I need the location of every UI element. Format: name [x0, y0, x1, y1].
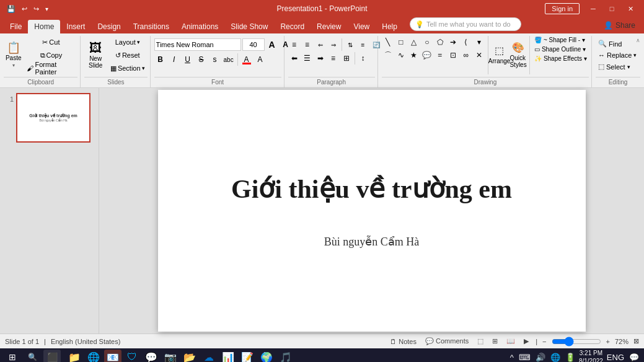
replace-button[interactable]: ↔ Replace ▾ — [596, 50, 639, 60]
shape-curve[interactable]: ⌒ — [382, 49, 394, 61]
taskbar-word[interactable]: 📝 — [239, 350, 256, 362]
taskbar-folder2[interactable]: 📂 — [181, 350, 198, 362]
section-button[interactable]: ▦ Section ▾ — [108, 62, 148, 74]
redo-icon[interactable]: ↪ — [32, 4, 41, 14]
save-icon[interactable]: 💾 — [5, 4, 17, 14]
shape-x[interactable]: ✕ — [473, 49, 485, 61]
new-slide-button[interactable]: 🖼 New Slide — [84, 37, 107, 74]
shape-callout[interactable]: 💬 — [421, 49, 433, 61]
indent-more-button[interactable]: ⇒ — [327, 38, 340, 51]
shape-line[interactable]: ╲ — [382, 36, 394, 48]
tab-home[interactable]: Home — [28, 20, 60, 33]
italic-button[interactable]: I — [168, 53, 180, 66]
char-spacing-button[interactable]: abc — [223, 53, 235, 66]
copy-button[interactable]: ⧉ Copy — [24, 49, 77, 61]
tell-me-bar[interactable]: 💡 Tell me what you want to do — [410, 17, 521, 31]
line-spacing-button[interactable]: ↕ — [357, 52, 369, 64]
tab-animations[interactable]: Animations — [175, 20, 224, 33]
zoom-slider[interactable] — [552, 337, 601, 346]
justify-button[interactable]: ≡ — [327, 52, 340, 64]
shape-outline-button[interactable]: ▭ Shape Outline ▾ — [532, 45, 589, 53]
shape-pent[interactable]: ⬠ — [434, 36, 446, 48]
tab-transitions[interactable]: Transitions — [127, 20, 175, 33]
arrange-button[interactable]: ⬚ Arrange — [490, 36, 508, 73]
lang-icon[interactable]: ENG — [606, 353, 625, 362]
shape-fill-button[interactable]: 🪣 ~ Shape Fill - ▾ — [532, 36, 589, 44]
zoom-in-button[interactable]: + — [606, 338, 610, 345]
sign-in-button[interactable]: Sign in — [545, 3, 580, 14]
slide-subtitle[interactable]: Bùi nguyễn Cẩm Hà — [324, 235, 420, 249]
shape-wave[interactable]: ∿ — [395, 49, 407, 61]
align-center-button[interactable]: ☰ — [301, 52, 314, 64]
slide-sorter-button[interactable]: ⊞ — [490, 337, 500, 345]
taskbar-teams[interactable]: 💬 — [143, 350, 160, 362]
bullets-button[interactable]: ≡ — [288, 38, 301, 51]
reading-view-button[interactable]: 📖 — [505, 337, 517, 345]
shape-star[interactable]: ★ — [408, 49, 420, 61]
close-button[interactable]: ✕ — [622, 2, 639, 15]
select-button[interactable]: ⬚ Select ▾ — [596, 61, 639, 72]
tab-view[interactable]: View — [347, 20, 376, 33]
maximize-button[interactable]: □ — [603, 2, 620, 15]
tab-insert[interactable]: Insert — [60, 20, 91, 33]
taskbar-mail[interactable]: 📧 — [104, 350, 121, 362]
customize-icon[interactable]: ▾ — [43, 4, 50, 14]
zoom-out-button[interactable]: − — [542, 338, 546, 345]
indent-less-button[interactable]: ⇐ — [314, 38, 327, 51]
text-direction-button[interactable]: ⇅ — [344, 38, 356, 51]
tab-record[interactable]: Record — [274, 20, 311, 33]
tab-review[interactable]: Review — [311, 20, 347, 33]
taskbar-cortana[interactable]: ⬛ — [43, 350, 61, 362]
shape-rect[interactable]: □ — [395, 36, 407, 48]
tab-file[interactable]: File — [4, 20, 28, 33]
shape-tri[interactable]: △ — [408, 36, 420, 48]
shape-more[interactable]: ▾ — [473, 36, 485, 48]
comments-button[interactable]: 💬 Comments — [423, 337, 470, 345]
taskbar-browser[interactable]: 🌐 — [85, 350, 102, 362]
slide-canvas[interactable]: Giới thiệu về trường em Bùi nguyễn Cẩm H… — [158, 90, 586, 332]
font-size-input[interactable] — [242, 38, 265, 51]
taskbar-onedrive[interactable]: ☁ — [200, 350, 218, 362]
font-color-button[interactable]: A — [240, 53, 253, 66]
reset-button[interactable]: ↺ Reset — [108, 49, 148, 61]
notification-icon[interactable]: 💬 — [628, 353, 640, 362]
taskbar-edge[interactable]: 🌍 — [258, 350, 275, 362]
volume-icon[interactable]: 🔊 — [534, 353, 547, 362]
numbering-button[interactable]: ≡ — [301, 38, 314, 51]
fit-button[interactable]: ⊠ — [633, 337, 639, 345]
undo-icon[interactable]: ↩ — [20, 4, 29, 14]
taskbar-search-button[interactable]: 🔍 — [24, 350, 41, 362]
cut-button[interactable]: ✂ Cut — [24, 36, 77, 48]
share-button[interactable]: 👤 Share — [600, 20, 639, 31]
shadow-button[interactable]: s — [209, 53, 221, 66]
find-button[interactable]: 🔍 Find — [596, 38, 639, 49]
taskbar-camera[interactable]: 📷 — [162, 350, 179, 362]
underline-button[interactable]: U — [182, 53, 194, 66]
layout-button[interactable]: Layout ▾ — [108, 36, 148, 48]
shape-eq[interactable]: = — [434, 49, 446, 61]
taskbar-file-explorer[interactable]: 📁 — [66, 350, 83, 362]
col-button[interactable]: ⊞ — [340, 52, 353, 64]
slide-thumbnail[interactable]: Giới thiệu về trường em Bùi nguyễn Cẩm H… — [16, 93, 90, 143]
caret-icon[interactable]: ^ — [509, 353, 515, 362]
tab-slide-show[interactable]: Slide Show — [224, 20, 274, 33]
taskbar-music[interactable]: 🎵 — [277, 350, 294, 362]
start-button[interactable]: ⊞ — [4, 350, 21, 362]
taskbar-powerpoint[interactable]: 📊 — [219, 350, 237, 362]
notes-button[interactable]: 🗒 Notes — [388, 338, 418, 345]
quick-styles-button[interactable]: 🎨 Quick Styles — [509, 36, 527, 73]
ribbon-collapse-button[interactable]: ∧ — [635, 37, 642, 43]
align-right-button[interactable]: ➡ — [314, 52, 327, 64]
network-icon[interactable]: 🌐 — [549, 353, 562, 362]
keyboard-icon[interactable]: ⌨ — [518, 353, 532, 362]
paste-button[interactable]: 📋 Paste ▾ — [4, 37, 23, 74]
tab-help[interactable]: Help — [376, 20, 404, 33]
shape-circle[interactable]: ○ — [421, 36, 433, 48]
font-name-input[interactable] — [154, 38, 241, 51]
bold-button[interactable]: B — [154, 53, 167, 66]
slide-panel[interactable]: 1 Giới thiệu về trường em Bùi nguyễn Cẩm… — [0, 88, 99, 333]
highlight-button[interactable]: A — [254, 53, 267, 66]
battery-icon[interactable]: 🔋 — [564, 353, 576, 362]
slide-show-button[interactable]: ▶ — [522, 337, 531, 345]
align-left-button[interactable]: ⬅ — [288, 52, 301, 64]
